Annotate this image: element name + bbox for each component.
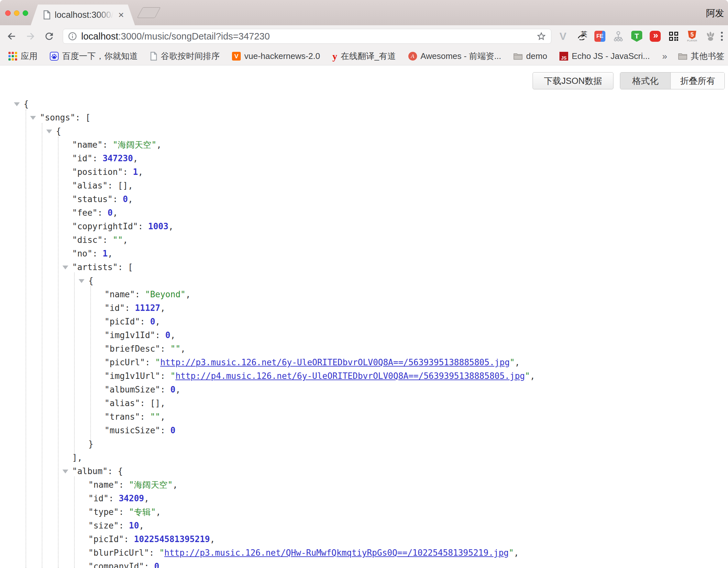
minimize-window-button[interactable]	[14, 10, 19, 16]
json-row: "name": "海阔天空",	[0, 478, 728, 492]
tab-close-icon[interactable]: ×	[118, 10, 124, 20]
json-text: ""	[171, 344, 181, 354]
json-url-link[interactable]: http://p3.music.126.net/6y-UleORITEDbvrO…	[160, 358, 510, 367]
browser-menu-icon[interactable]	[721, 32, 723, 41]
json-text: 102254581395219	[134, 534, 210, 544]
json-text: 0	[150, 317, 155, 327]
collapse-triangle-icon[interactable]	[79, 279, 84, 283]
json-text: "artists"	[72, 262, 118, 272]
json-text: 347230	[103, 153, 133, 163]
json-text: 0	[123, 194, 128, 204]
json-row: "trans": "",	[0, 410, 728, 424]
json-row: "status": 0,	[0, 192, 728, 206]
bookmark-other-bookmarks[interactable]: 其他书签	[678, 50, 724, 62]
json-text: ],	[72, 453, 82, 462]
video-player-extension-icon[interactable]: »	[649, 30, 661, 42]
profile-name[interactable]: 阿发	[706, 7, 724, 19]
baidu-paw-icon	[50, 52, 59, 61]
tampermonkey-extension-icon[interactable]: T	[631, 30, 643, 42]
fe-extension-icon[interactable]: FE	[594, 30, 606, 42]
json-text: :	[119, 480, 129, 490]
json-row: "artists": [	[0, 260, 728, 274]
json-text: {	[88, 276, 94, 286]
html5-player-extension-icon[interactable]: 5 PLAYER	[686, 30, 698, 42]
view-toggle-group: 格式化 折叠所有	[620, 72, 725, 89]
json-text: :	[93, 249, 103, 258]
bookmark-echojs[interactable]: JS Echo JS - JavaScri...	[559, 51, 650, 61]
json-url-link[interactable]: http://p3.music.126.net/QHw-RuMwfQkmqtiy…	[164, 548, 509, 558]
json-text: 0	[154, 562, 160, 568]
collapse-all-button[interactable]: 折叠所有	[671, 72, 724, 89]
json-row: "alias": [],	[0, 179, 728, 192]
json-text: ""	[113, 235, 123, 245]
json-text: ,	[514, 548, 519, 558]
json-tree: {"songs": [{"name": "海阔天空","id": 347230,…	[0, 97, 728, 568]
json-row: "album": {	[0, 464, 728, 478]
json-text: ,	[160, 303, 165, 313]
json-text: "id"	[105, 303, 125, 313]
bookmark-apps[interactable]: 应用	[8, 50, 38, 62]
collapse-triangle-icon[interactable]	[62, 265, 68, 269]
toolbar: localhost:3000/music/songDetail?ids=3472…	[0, 25, 728, 47]
qr-code-extension-icon[interactable]	[668, 30, 679, 42]
bookmark-demo-folder[interactable]: demo	[513, 51, 547, 61]
json-text: "briefDesc"	[105, 344, 160, 354]
json-text: :	[109, 494, 119, 503]
bookmark-vue-hackernews[interactable]: V vue-hackernews-2.0	[232, 51, 320, 61]
url-text: localhost:3000/music/songDetail?ids=3472…	[81, 31, 536, 42]
json-text: ,	[159, 562, 164, 568]
bookmark-label: demo	[526, 51, 547, 61]
bookmarks-overflow-icon[interactable]: »	[662, 51, 667, 61]
json-text: ,	[515, 358, 520, 367]
translate-extension-icon[interactable]: 英	[576, 30, 587, 42]
collapse-triangle-icon[interactable]	[62, 470, 68, 473]
json-text: "img1v1Id"	[105, 330, 155, 340]
json-text: :	[135, 290, 145, 299]
json-row: }	[0, 437, 728, 451]
json-text: "album"	[72, 466, 108, 476]
bookmark-youdao[interactable]: y 在线翻译_有道	[332, 50, 396, 62]
tab-title-fade	[98, 10, 116, 20]
url-host: localhost	[81, 31, 118, 41]
bookmark-awesomes[interactable]: A Awesomes - 前端资...	[408, 50, 501, 62]
collapse-triangle-icon[interactable]	[30, 116, 36, 120]
sitemap-extension-icon[interactable]	[612, 30, 624, 42]
vue-devtools-extension-icon[interactable]: V	[557, 30, 569, 42]
json-row: "id": 347230,	[0, 151, 728, 165]
reload-button[interactable]	[43, 30, 56, 43]
json-url-link[interactable]: http://p4.music.126.net/6y-UleORITEDbvrO…	[175, 371, 525, 381]
json-text: ,	[157, 140, 162, 150]
tab-title-wrap: localhost:3000/music/songDet	[55, 10, 116, 20]
json-text: :	[103, 140, 113, 150]
json-text: "专辑"	[129, 507, 156, 517]
json-text: ,	[133, 153, 138, 163]
url-bar[interactable]: localhost:3000/music/songDetail?ids=3472…	[63, 29, 551, 44]
bookmark-google-sort[interactable]: 谷歌按时间排序	[150, 50, 220, 62]
json-text: 0	[171, 426, 176, 435]
forward-button[interactable]	[24, 30, 37, 43]
zoom-window-button[interactable]	[23, 10, 28, 16]
json-row: "picId": 0,	[0, 315, 728, 329]
json-text: : {	[108, 466, 123, 476]
json-text: ,	[128, 194, 133, 204]
paw-extension-icon[interactable]	[705, 30, 716, 42]
json-text: "	[155, 358, 160, 367]
vue-icon: V	[232, 52, 241, 61]
site-info-icon[interactable]	[68, 31, 77, 41]
format-button[interactable]: 格式化	[620, 72, 671, 89]
browser-tab[interactable]: localhost:3000/music/songDet ×	[31, 5, 135, 25]
collapse-triangle-icon[interactable]	[46, 129, 52, 133]
new-tab-button[interactable]	[137, 7, 161, 18]
bookmark-baidu[interactable]: 百度一下，你就知道	[50, 50, 138, 62]
download-json-button[interactable]: 下载JSON数据	[533, 72, 613, 89]
json-row: {	[0, 274, 728, 288]
json-text: ,	[139, 521, 144, 530]
json-text: 11127	[135, 303, 160, 313]
back-button[interactable]	[5, 30, 18, 43]
json-text: :	[93, 153, 103, 163]
close-window-button[interactable]	[5, 10, 11, 16]
bookmark-star-icon[interactable]	[536, 31, 546, 41]
page-icon	[150, 52, 157, 61]
collapse-triangle-icon[interactable]	[14, 102, 20, 106]
json-row: "disc": "",	[0, 233, 728, 247]
